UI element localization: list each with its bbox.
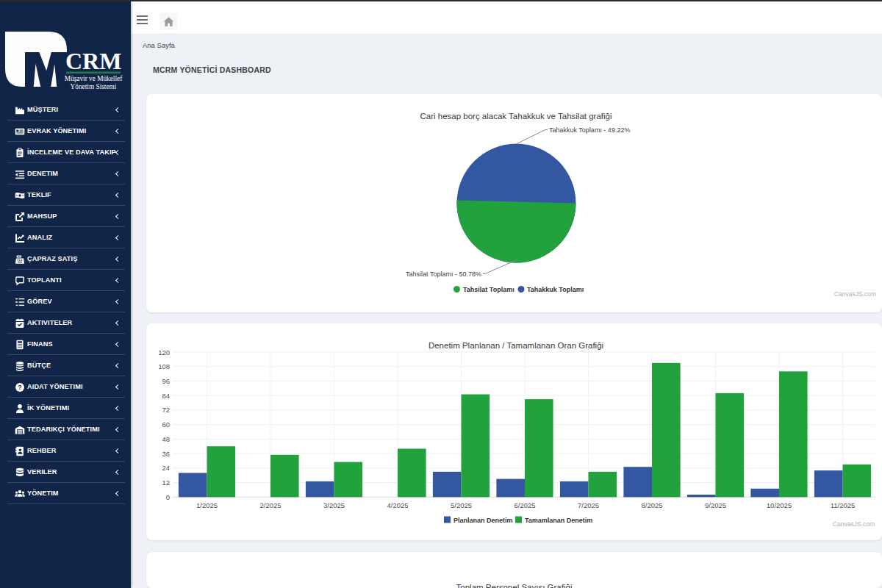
svg-text:Tahsilat Toplamı: Tahsilat Toplamı bbox=[463, 286, 514, 293]
svg-text:Tahakkuk Toplamı - 49.22%: Tahakkuk Toplamı - 49.22% bbox=[549, 126, 630, 134]
svg-text:12: 12 bbox=[162, 478, 170, 487]
svg-text:Denetim Planlanan / Tamamlanan: Denetim Planlanan / Tamamlanan Oran Graf… bbox=[429, 341, 603, 350]
svg-text:5/2025: 5/2025 bbox=[451, 501, 472, 509]
svg-text:CRM: CRM bbox=[65, 48, 121, 74]
svg-text:1/2025: 1/2025 bbox=[196, 501, 218, 509]
svg-text:6/2025: 6/2025 bbox=[514, 501, 535, 509]
svg-text:8/2025: 8/2025 bbox=[641, 501, 662, 509]
svg-text:CanvasJS.com: CanvasJS.com bbox=[834, 290, 876, 298]
svg-text:108: 108 bbox=[158, 362, 170, 370]
svg-text:11/2025: 11/2025 bbox=[831, 501, 856, 509]
svg-text:24: 24 bbox=[162, 464, 170, 472]
svg-text:Müşavir ve Mükellef: Müşavir ve Mükellef bbox=[65, 75, 123, 82]
svg-text:2/2025: 2/2025 bbox=[259, 501, 281, 509]
svg-text:3/2025: 3/2025 bbox=[323, 501, 345, 509]
svg-text:CanvasJS.com: CanvasJS.com bbox=[833, 520, 875, 528]
svg-text:96: 96 bbox=[162, 377, 170, 385]
svg-text:60: 60 bbox=[162, 420, 170, 429]
svg-text:9/2025: 9/2025 bbox=[705, 501, 726, 509]
svg-text:Tahsilat Toplamı - 50.78%: Tahsilat Toplamı - 50.78% bbox=[406, 270, 481, 278]
svg-text:10/2025: 10/2025 bbox=[767, 501, 792, 509]
svg-text:36: 36 bbox=[162, 450, 170, 458]
svg-text:4/2025: 4/2025 bbox=[387, 501, 408, 509]
svg-text:72: 72 bbox=[162, 406, 170, 414]
svg-text:84: 84 bbox=[162, 392, 170, 400]
svg-text:0: 0 bbox=[166, 493, 170, 501]
svg-text:Cari hesap borç alacak Tahakku: Cari hesap borç alacak Tahakkuk ve Tahsi… bbox=[420, 112, 612, 121]
svg-text:Planlanan Denetim: Planlanan Denetim bbox=[453, 517, 513, 524]
svg-text:Tahakkuk Toplamı: Tahakkuk Toplamı bbox=[527, 286, 584, 293]
svg-text:Yönetim Sistemi: Yönetim Sistemi bbox=[71, 83, 117, 90]
svg-text:7/2025: 7/2025 bbox=[578, 501, 599, 509]
svg-text:120: 120 bbox=[158, 348, 170, 356]
svg-text:Tamamlanan Denetim: Tamamlanan Denetim bbox=[525, 517, 592, 524]
svg-text:?: ? bbox=[18, 383, 21, 390]
svg-text:48: 48 bbox=[162, 435, 170, 443]
